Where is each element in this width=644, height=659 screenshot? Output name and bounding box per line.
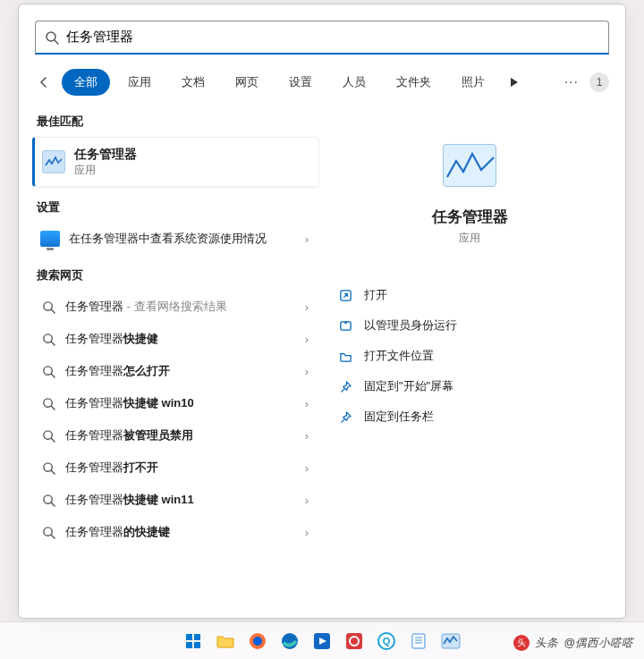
svg-text:Q: Q	[383, 636, 391, 646]
taskbar-app-red[interactable]	[341, 628, 368, 655]
svg-line-5	[51, 342, 55, 345]
search-icon	[40, 524, 56, 540]
tab-photos[interactable]: 照片	[449, 69, 497, 96]
action-open-file-location[interactable]: 打开文件位置	[335, 342, 604, 369]
web-result-text: 任务管理器快捷健	[65, 331, 296, 347]
taskbar-notepad[interactable]	[405, 628, 432, 655]
monitor-icon	[40, 231, 60, 247]
search-icon	[40, 492, 56, 508]
search-icon	[40, 299, 56, 315]
app-icon: Q	[377, 632, 395, 650]
search-icon	[40, 460, 56, 476]
tab-documents[interactable]: 文档	[169, 69, 217, 96]
app-icon	[345, 632, 363, 650]
pin-icon	[337, 409, 353, 425]
svg-rect-23	[194, 642, 200, 648]
web-result[interactable]: 任务管理器快捷键 win10 ›	[35, 387, 319, 419]
tab-all[interactable]: 全部	[62, 69, 110, 96]
taskbar-start-button[interactable]	[180, 628, 207, 655]
preview-pane: 任务管理器 应用 打开 以管理员身份运行 打开文件位置 固定	[319, 105, 625, 618]
action-pin-to-start[interactable]: 固定到"开始"屏幕	[335, 373, 604, 400]
more-options-button[interactable]: ···	[559, 74, 584, 90]
web-result[interactable]: 任务管理器打不开 ›	[35, 452, 319, 484]
svg-line-7	[51, 374, 55, 377]
search-input[interactable]	[66, 30, 599, 45]
best-match-result[interactable]: 任务管理器 应用	[32, 137, 319, 187]
taskbar-app-cyan[interactable]: Q	[373, 628, 400, 655]
chevron-right-icon: ›	[305, 397, 314, 410]
task-manager-icon	[42, 150, 65, 173]
chevron-right-icon: ›	[305, 494, 314, 507]
admin-icon	[337, 317, 353, 334]
windows-icon	[184, 632, 202, 650]
watermark-avatar: 头	[513, 635, 530, 651]
svg-point-25	[253, 637, 262, 646]
search-icon	[45, 30, 59, 45]
taskbar-edge[interactable]	[276, 628, 303, 655]
web-result[interactable]: 任务管理器怎么打开 ›	[35, 355, 319, 387]
edge-icon	[281, 632, 299, 650]
action-run-as-admin[interactable]: 以管理员身份运行	[335, 312, 604, 339]
svg-line-3	[51, 309, 55, 313]
svg-rect-20	[186, 634, 192, 640]
search-box[interactable]	[35, 21, 609, 55]
section-web: 搜索网页	[37, 267, 319, 283]
tab-people[interactable]: 人员	[330, 69, 378, 96]
tabs-more-button[interactable]	[503, 71, 526, 94]
taskbar-explorer[interactable]	[212, 628, 239, 655]
preview-header: 任务管理器 应用	[335, 121, 604, 246]
results-left-column: 最佳匹配 任务管理器 应用 设置 在任务管理器中查看系统资源使用情况 › 搜索网…	[19, 105, 319, 618]
tab-apps[interactable]: 应用	[115, 69, 164, 96]
web-result-text: 任务管理器的快捷键	[65, 524, 296, 540]
tab-folders[interactable]: 文件夹	[384, 69, 444, 96]
taskbar-task-manager[interactable]	[437, 628, 464, 655]
web-result[interactable]: 任务管理器的快捷键 ›	[35, 516, 319, 548]
play-icon	[510, 77, 519, 88]
tab-settings[interactable]: 设置	[276, 69, 325, 96]
search-icon	[40, 331, 56, 347]
back-button[interactable]	[31, 70, 56, 95]
action-label: 固定到"开始"屏幕	[364, 378, 453, 394]
svg-rect-29	[346, 633, 362, 649]
settings-result[interactable]: 在任务管理器中查看系统资源使用情况 ›	[35, 223, 319, 255]
chevron-right-icon: ›	[305, 526, 314, 539]
web-result-text: 任务管理器 - 查看网络搜索结果	[65, 299, 296, 315]
preview-title: 任务管理器	[432, 207, 508, 227]
web-result[interactable]: 任务管理器 - 查看网络搜索结果 ›	[35, 291, 319, 323]
firefox-icon	[249, 632, 267, 650]
tab-web[interactable]: 网页	[223, 69, 271, 96]
action-label: 打开文件位置	[364, 348, 434, 364]
web-result[interactable]: 任务管理器快捷健 ›	[35, 323, 319, 355]
chevron-right-icon: ›	[305, 232, 314, 246]
web-result[interactable]: 任务管理器快捷键 win11 ›	[35, 484, 319, 516]
pin-icon	[337, 378, 353, 394]
section-best-match: 最佳匹配	[37, 114, 319, 130]
taskbar-app-blue[interactable]	[309, 628, 335, 655]
watermark: 头 头条 @偶西小嗒嗒	[513, 635, 633, 651]
web-result-text: 任务管理器怎么打开	[65, 363, 296, 379]
search-icon	[40, 395, 56, 411]
notification-badge[interactable]: 1	[589, 72, 609, 92]
filter-tabs: 全部 应用 文档 网页 设置 人员 文件夹 照片 ··· 1	[19, 65, 625, 105]
web-result-text: 任务管理器被管理员禁用	[65, 427, 296, 444]
chevron-right-icon: ›	[305, 429, 314, 443]
svg-line-9	[51, 406, 55, 410]
web-result[interactable]: 任务管理器被管理员禁用 ›	[35, 419, 319, 452]
action-pin-to-taskbar[interactable]: 固定到任务栏	[335, 403, 604, 430]
task-manager-icon	[441, 633, 461, 649]
open-icon	[337, 287, 353, 303]
preview-actions: 打开 以管理员身份运行 打开文件位置 固定到"开始"屏幕 固定到任务栏	[335, 282, 604, 430]
svg-rect-21	[194, 634, 200, 640]
search-panel: 全部 应用 文档 网页 设置 人员 文件夹 照片 ··· 1 最佳匹配 任务管理…	[18, 4, 626, 619]
web-result-text: 任务管理器打不开	[65, 460, 296, 476]
chevron-right-icon: ›	[305, 333, 314, 346]
action-open[interactable]: 打开	[335, 282, 604, 308]
task-manager-large-icon	[443, 144, 496, 187]
web-result-text: 任务管理器快捷键 win10	[65, 395, 296, 411]
web-result-text: 任务管理器快捷键 win11	[65, 492, 296, 508]
chevron-right-icon: ›	[305, 365, 314, 378]
taskbar-firefox[interactable]	[244, 628, 271, 655]
svg-line-17	[51, 535, 55, 538]
action-label: 以管理员身份运行	[364, 317, 457, 334]
search-icon	[40, 427, 56, 444]
